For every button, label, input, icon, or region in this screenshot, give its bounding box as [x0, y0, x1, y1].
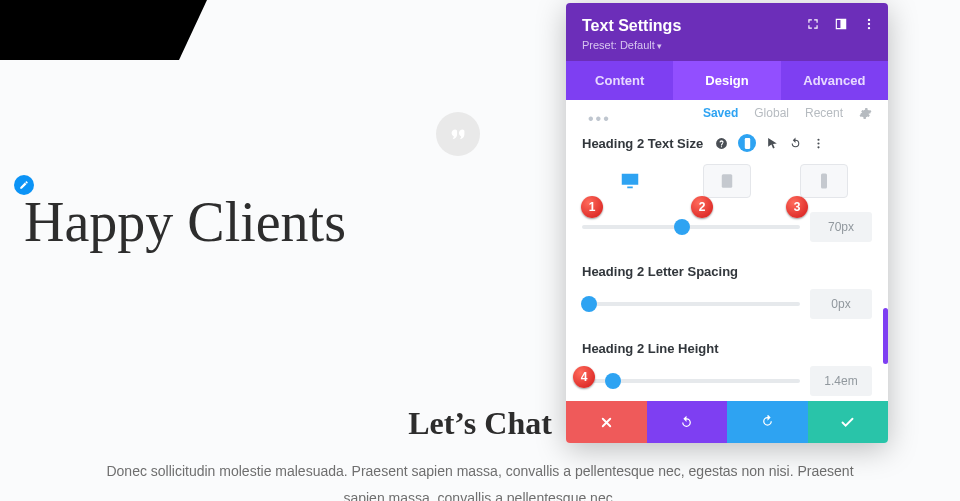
- expand-icon[interactable]: [806, 17, 820, 31]
- letter-spacing-slider[interactable]: [582, 302, 800, 306]
- filter-recent[interactable]: Recent: [805, 106, 843, 120]
- responsive-badge[interactable]: [738, 134, 756, 152]
- tab-design[interactable]: Design: [673, 61, 780, 100]
- ellipsis-icon[interactable]: •••: [588, 110, 611, 128]
- svg-point-1: [868, 23, 870, 25]
- svg-rect-3: [744, 138, 749, 149]
- cancel-button[interactable]: [566, 401, 647, 443]
- device-phone[interactable]: [800, 164, 848, 198]
- page-heading: Happy Clients: [24, 190, 346, 254]
- help-icon[interactable]: [715, 137, 728, 150]
- panel-body: ••• Saved Global Recent Heading 2 Text S…: [566, 100, 888, 401]
- letter-spacing-value[interactable]: 0px: [810, 289, 872, 319]
- line-height-value[interactable]: 1.4em: [810, 366, 872, 396]
- quote-icon: [436, 112, 480, 156]
- option-line-height-label: Heading 2 Line Height: [582, 341, 872, 356]
- line-height-slider[interactable]: [582, 379, 800, 383]
- svg-point-2: [868, 27, 870, 29]
- slider-thumb[interactable]: [581, 296, 597, 312]
- tab-content[interactable]: Content: [566, 61, 673, 100]
- svg-point-5: [818, 142, 820, 144]
- device-desktop[interactable]: [606, 164, 654, 198]
- filter-global[interactable]: Global: [754, 106, 789, 120]
- panel-header: Text Settings Preset: Default▾: [566, 3, 888, 61]
- filter-saved[interactable]: Saved: [703, 106, 738, 120]
- svg-point-4: [818, 138, 820, 140]
- svg-rect-8: [821, 174, 827, 189]
- redo-button[interactable]: [727, 401, 808, 443]
- snap-icon[interactable]: [834, 17, 848, 31]
- text-size-value[interactable]: 70px: [810, 212, 872, 242]
- device-tablet[interactable]: [703, 164, 751, 198]
- caret-down-icon: ▾: [657, 41, 662, 51]
- preset-dropdown[interactable]: Preset: Default▾: [582, 39, 872, 51]
- panel-tabs: Content Design Advanced: [566, 61, 888, 100]
- slider-thumb[interactable]: [605, 373, 621, 389]
- panel-footer: [566, 401, 888, 443]
- tab-advanced[interactable]: Advanced: [781, 61, 888, 100]
- scrollbar-thumb[interactable]: [883, 308, 888, 364]
- option-text-size-label: Heading 2 Text Size: [582, 136, 703, 151]
- svg-point-0: [868, 19, 870, 21]
- gear-icon[interactable]: [859, 107, 872, 120]
- kebab-menu-icon[interactable]: [862, 17, 876, 31]
- hover-icon[interactable]: [766, 137, 779, 150]
- svg-point-6: [818, 146, 820, 148]
- preset-label: Preset: Default: [582, 39, 655, 51]
- text-size-slider[interactable]: [582, 225, 800, 229]
- decorative-shape: [0, 0, 221, 60]
- page-body-text: Donec sollicitudin molestie malesuada. P…: [0, 458, 960, 501]
- reset-icon[interactable]: [789, 137, 802, 150]
- svg-rect-7: [722, 174, 733, 188]
- save-button[interactable]: [808, 401, 889, 443]
- settings-panel: Text Settings Preset: Default▾ Content D…: [566, 3, 888, 443]
- option-letter-spacing-label: Heading 2 Letter Spacing: [582, 264, 872, 279]
- undo-button[interactable]: [647, 401, 728, 443]
- option-kebab-icon[interactable]: [812, 137, 825, 150]
- slider-thumb[interactable]: [674, 219, 690, 235]
